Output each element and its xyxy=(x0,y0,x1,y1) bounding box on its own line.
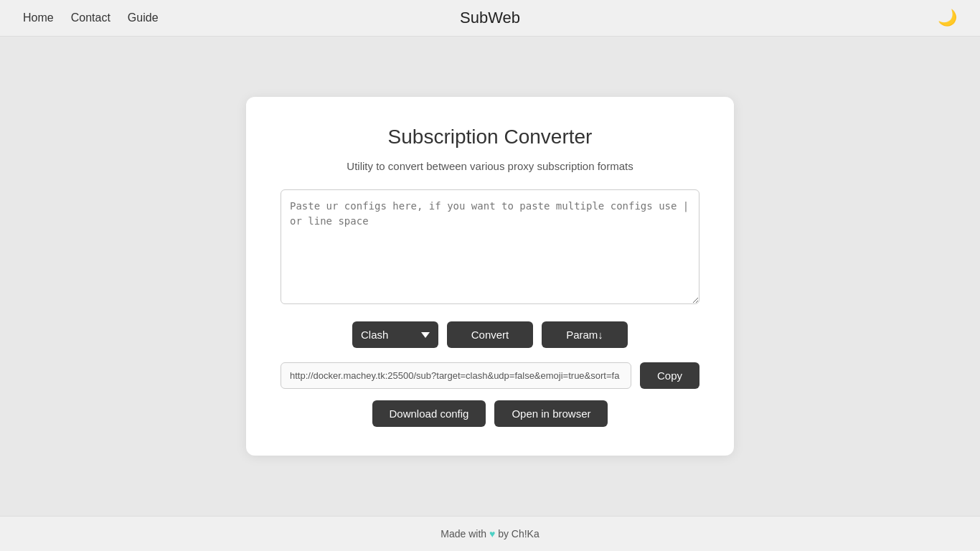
param-button[interactable]: Param↓ xyxy=(542,321,628,348)
open-browser-button[interactable]: Open in browser xyxy=(494,400,608,427)
dark-mode-button[interactable]: 🌙 xyxy=(938,9,957,27)
convert-button[interactable]: Convert xyxy=(447,321,533,348)
card-subtitle: Utility to convert between various proxy… xyxy=(281,160,699,172)
converter-card: Subscription Converter Utility to conver… xyxy=(246,97,734,456)
nav-contact[interactable]: Contact xyxy=(71,11,110,24)
action-buttons-row: Download config Open in browser xyxy=(281,400,699,427)
main-content: Subscription Converter Utility to conver… xyxy=(0,37,980,516)
output-url-display: http://docker.machey.tk:25500/sub?target… xyxy=(281,362,631,389)
nav-guide[interactable]: Guide xyxy=(128,11,159,24)
header: Home Contact Guide SubWeb 🌙 xyxy=(0,0,980,37)
site-title: SubWeb xyxy=(460,9,520,27)
card-title: Subscription Converter xyxy=(281,126,699,149)
format-buttons-row: Clash Convert Param↓ xyxy=(281,321,699,348)
heart-icon: ♥ xyxy=(489,528,495,540)
footer: Made with ♥ by Ch!Ka xyxy=(0,516,980,551)
header-nav: Home Contact Guide xyxy=(23,11,159,24)
download-config-button[interactable]: Download config xyxy=(372,400,486,427)
header-right: 🌙 xyxy=(938,9,957,27)
config-textarea[interactable] xyxy=(281,189,699,304)
output-row: http://docker.machey.tk:25500/sub?target… xyxy=(281,362,699,389)
footer-text-pre: Made with xyxy=(440,528,486,540)
nav-home[interactable]: Home xyxy=(23,11,54,24)
copy-button[interactable]: Copy xyxy=(640,362,699,389)
footer-text-post: by Ch!Ka xyxy=(498,528,540,540)
clash-select[interactable]: Clash xyxy=(352,321,438,348)
